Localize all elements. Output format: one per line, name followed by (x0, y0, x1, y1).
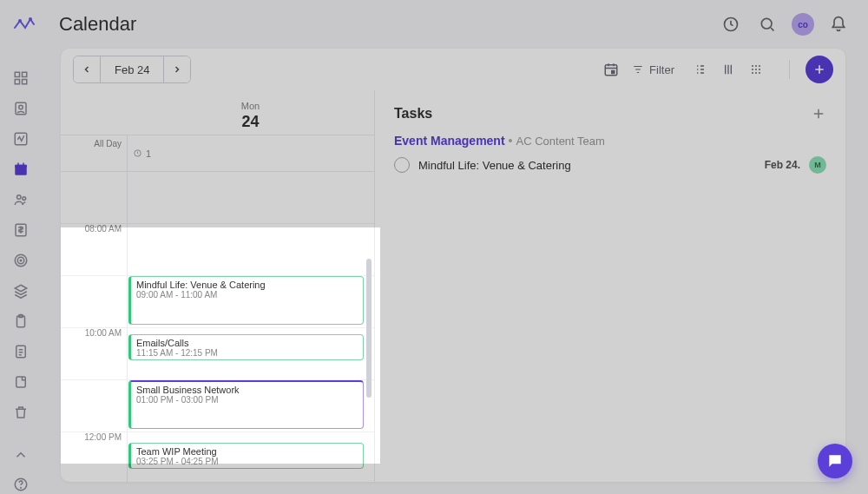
time-label (61, 380, 127, 431)
add-button[interactable] (806, 56, 833, 83)
svg-point-3 (761, 18, 772, 29)
note-icon[interactable] (9, 372, 33, 391)
svg-point-35 (752, 72, 753, 74)
current-date-label[interactable]: Feb 24 (100, 56, 164, 82)
clipboard-icon[interactable] (9, 312, 33, 330)
checklist-icon[interactable] (9, 342, 33, 360)
search-icon[interactable] (755, 12, 779, 36)
next-day-button[interactable] (164, 56, 190, 82)
svg-point-15 (17, 195, 22, 200)
chat-fab[interactable] (818, 444, 852, 478)
app-logo-icon[interactable] (10, 10, 38, 38)
team-icon[interactable] (9, 191, 33, 209)
toolbar-divider (789, 60, 790, 79)
main-card: Feb 24 Filter Mon 24 All Day (61, 49, 845, 482)
task-date: Feb 24. (765, 159, 800, 171)
event-time: 01:00 PM - 03:00 PM (136, 395, 358, 405)
task-group: Event Management•AC Content Team Mindful… (394, 134, 826, 174)
help-icon[interactable] (9, 476, 33, 494)
task-checkbox[interactable] (394, 157, 410, 173)
svg-point-1 (29, 17, 32, 21)
tasks-heading: Tasks (394, 106, 432, 122)
event-title: Small Business Network (136, 385, 358, 395)
calendar-event[interactable]: Team WIP Meeting03:25 PM - 04:25 PM (128, 443, 364, 469)
calendar-day-column: Mon 24 All Day 1 08:00 AM10:00 AM12:00 P… (61, 90, 375, 482)
recurring-icon (133, 148, 142, 158)
trash-icon[interactable] (9, 403, 33, 421)
events-layer: Mindful Life: Venue & Catering09:00 AM -… (127, 172, 365, 482)
event-time: 03:25 PM - 04:25 PM (136, 457, 358, 466)
all-day-label: All Day (61, 135, 127, 171)
topbar: Calendar co (0, 0, 868, 49)
svg-rect-13 (17, 163, 19, 166)
svg-point-34 (759, 69, 760, 70)
svg-rect-14 (23, 163, 24, 166)
filter-button[interactable]: Filter (632, 63, 674, 76)
time-label: 10:00 AM (61, 328, 127, 379)
calendar-event[interactable]: Mindful Life: Venue & Catering09:00 AM -… (128, 276, 364, 325)
event-title: Team WIP Meeting (136, 446, 358, 457)
topbar-actions: co (719, 12, 851, 36)
svg-point-16 (23, 197, 26, 201)
target-icon[interactable] (9, 252, 33, 270)
calendar-toolbar: Feb 24 Filter (61, 49, 845, 90)
task-title: Mindful Life: Venue & Catering (418, 159, 756, 172)
filter-icon (632, 63, 644, 76)
event-title: Emails/Calls (136, 338, 358, 348)
svg-rect-7 (23, 80, 27, 84)
svg-rect-24 (16, 377, 26, 387)
page-title: Calendar (59, 13, 719, 36)
grid-icon[interactable] (9, 69, 33, 88)
svg-point-26 (21, 488, 22, 489)
day-of-week: Mon (61, 101, 374, 111)
all-day-cell[interactable]: 1 (127, 135, 374, 171)
svg-point-0 (18, 19, 22, 23)
view-switcher (688, 57, 768, 82)
svg-rect-5 (23, 73, 27, 77)
all-day-row: All Day 1 (61, 135, 374, 172)
user-avatar[interactable]: co (792, 13, 814, 36)
svg-point-29 (752, 65, 753, 67)
svg-rect-4 (15, 73, 19, 77)
calendar-event[interactable]: Small Business Network01:00 PM - 03:00 P… (128, 380, 364, 429)
tasks-panel: Tasks Event Management•AC Content Team M… (375, 90, 845, 482)
time-label: 12:00 PM (61, 432, 127, 482)
task-group-title[interactable]: Event Management•AC Content Team (394, 134, 826, 148)
all-day-count: 1 (146, 148, 151, 159)
filter-label: Filter (649, 63, 674, 76)
list-view-icon[interactable] (688, 57, 713, 82)
money-icon[interactable] (9, 221, 33, 240)
svg-point-20 (20, 260, 22, 261)
task-assignee-avatar[interactable]: M (809, 156, 826, 174)
activity-icon[interactable] (9, 130, 33, 148)
layers-icon[interactable] (9, 281, 33, 300)
svg-rect-6 (15, 80, 19, 84)
time-label (61, 276, 127, 327)
add-task-button[interactable] (811, 106, 826, 122)
svg-point-9 (19, 106, 23, 110)
card-body: Mon 24 All Day 1 08:00 AM10:00 AM12:00 P… (61, 90, 845, 482)
svg-point-33 (755, 69, 757, 70)
event-time: 11:15 AM - 12:15 PM (136, 348, 358, 358)
svg-rect-12 (15, 165, 27, 168)
clock-icon[interactable] (719, 12, 743, 36)
left-nav-rail (0, 49, 42, 494)
time-grid: 08:00 AM10:00 AM12:00 PM02:00 PM04:00 PM… (61, 172, 374, 482)
scrollbar[interactable] (366, 259, 372, 398)
user-icon[interactable] (9, 100, 33, 118)
date-navigator: Feb 24 (73, 56, 191, 83)
calendar-event[interactable]: Emails/Calls11:15 AM - 12:15 PM (128, 334, 364, 360)
task-item[interactable]: Mindful Life: Venue & CateringFeb 24.M (394, 156, 826, 174)
group-primary-label: Event Management (394, 134, 505, 148)
collapse-icon[interactable] (9, 445, 33, 464)
time-label: 08:00 AM (61, 224, 127, 275)
calendar-picker-icon[interactable] (599, 57, 623, 82)
svg-point-30 (755, 65, 757, 67)
bell-icon[interactable] (826, 12, 851, 36)
prev-day-button[interactable] (74, 56, 100, 82)
grid-view-icon[interactable] (744, 57, 768, 82)
calendar-icon[interactable] (9, 161, 33, 179)
svg-point-31 (759, 65, 760, 67)
column-view-icon[interactable] (716, 57, 740, 82)
svg-point-37 (759, 72, 760, 74)
